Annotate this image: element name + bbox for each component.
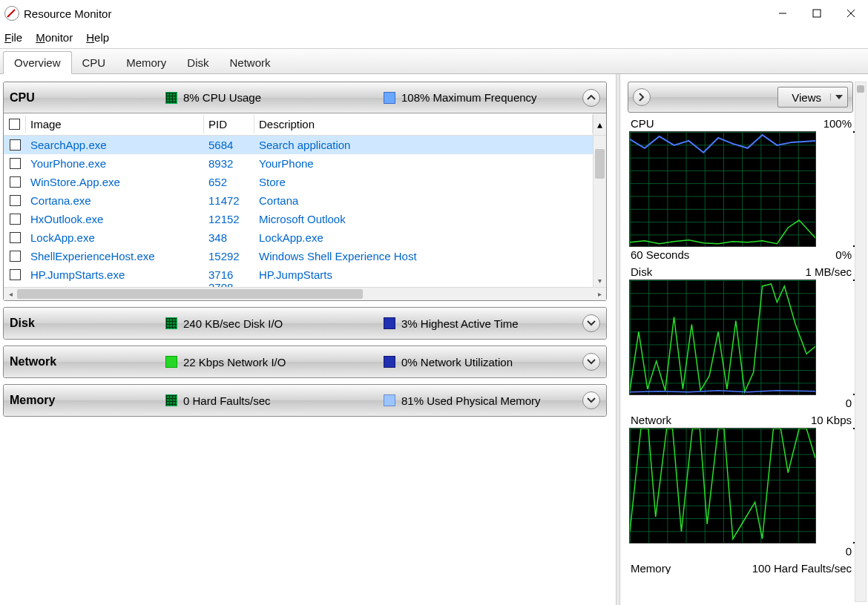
chart-network-max: 10 Kbps (811, 414, 852, 426)
chart-disk: Disk 1 MB/sec 0 (629, 265, 853, 412)
hscroll-right-arrow[interactable]: ▸ (593, 290, 606, 298)
row-image: HP.JumpStarts.exe (26, 267, 204, 282)
process-vscrollbar[interactable]: ▾ (593, 136, 606, 287)
title-bar: Resource Monitor (0, 0, 868, 27)
row-image: SearchApp.exe (26, 137, 204, 153)
disk-io-text: 240 KB/sec Disk I/O (183, 317, 384, 330)
section-network-header[interactable]: Network 22 Kbps Network I/O 0% Network U… (4, 346, 606, 377)
window-title: Resource Monitor (24, 7, 111, 20)
row-pid: 12152 (204, 211, 254, 227)
row-pid: 348 (204, 230, 254, 245)
row-checkbox[interactable] (10, 214, 21, 225)
right-vscroll-thumb[interactable] (857, 85, 864, 93)
row-checkbox[interactable] (10, 176, 21, 188)
tab-cpu[interactable]: CPU (72, 52, 116, 73)
menu-monitor[interactable]: Monitor (36, 31, 73, 44)
cpu-freq-swatch-icon (384, 92, 395, 104)
section-cpu: CPU 8% CPU Usage 108% Maximum Frequency … (3, 82, 607, 301)
net-io-text: 22 Kbps Network I/O (183, 356, 384, 368)
process-row[interactable]: Cortana.exe11472Cortana (4, 191, 593, 210)
process-row[interactable]: YourPhone.exe8932YourPhone (4, 154, 593, 173)
row-desc: Microsoft Outlook (254, 211, 593, 227)
minimize-button[interactable] (766, 1, 800, 25)
row-checkbox[interactable] (10, 232, 21, 243)
vscroll-down-arrow[interactable]: ▾ (594, 274, 606, 287)
tab-memory[interactable]: Memory (116, 52, 177, 73)
chart-cpu-title: CPU (631, 117, 654, 130)
process-row[interactable]: ShellExperienceHost.exe15292Windows Shel… (4, 247, 593, 265)
process-table-body: SearchApp.exe5684Search applicationYourP… (4, 136, 593, 287)
tab-network[interactable]: Network (220, 52, 281, 73)
maximize-button[interactable] (800, 1, 834, 25)
section-memory-header[interactable]: Memory 0 Hard Faults/sec 81% Used Physic… (4, 385, 606, 416)
process-row[interactable]: LockApp.exe348LockApp.exe (4, 228, 593, 247)
tab-disk[interactable]: Disk (177, 52, 219, 73)
expand-disk-button[interactable] (582, 314, 600, 332)
collapse-right-button[interactable] (633, 88, 651, 106)
row-checkbox[interactable] (10, 195, 21, 206)
section-network: Network 22 Kbps Network I/O 0% Network U… (3, 346, 607, 378)
svg-rect-1 (813, 10, 821, 17)
process-row[interactable]: HxOutlook.exe12152Microsoft Outlook (4, 210, 593, 228)
row-desc: Cortana (254, 193, 593, 208)
expand-network-button[interactable] (582, 353, 600, 371)
process-hscrollbar[interactable]: ◂ ▸ (4, 287, 606, 300)
row-image: LockApp.exe (26, 230, 204, 245)
column-pid[interactable]: PID (204, 115, 254, 133)
collapse-cpu-button[interactable] (582, 89, 600, 107)
chart-cpu-xlabel: 60 Seconds (631, 248, 689, 261)
tab-bar: Overview CPU Memory Disk Network (0, 49, 868, 74)
header-checkbox[interactable] (4, 116, 26, 133)
right-vscrollbar[interactable] (855, 82, 867, 602)
views-label: Views (792, 91, 821, 104)
row-checkbox[interactable] (10, 251, 21, 262)
vscroll-thumb[interactable] (595, 149, 605, 179)
mem-used-text: 81% Used Physical Memory (401, 394, 541, 407)
left-panel: CPU 8% CPU Usage 108% Maximum Frequency … (0, 74, 616, 605)
chart-cpu-min: 0% (835, 248, 852, 261)
menu-help[interactable]: Help (86, 31, 109, 44)
close-button[interactable] (834, 1, 868, 25)
section-cpu-header[interactable]: CPU 8% CPU Usage 108% Maximum Frequency (4, 82, 606, 113)
row-pid: 5684 (204, 137, 254, 153)
chart-memory-title: Memory (631, 562, 671, 574)
hscroll-left-arrow[interactable]: ◂ (4, 290, 17, 298)
row-checkbox[interactable] (10, 139, 21, 151)
row-checkbox[interactable] (10, 158, 21, 169)
cpu-usage-text: 8% CPU Usage (183, 91, 384, 104)
row-image: ShellExperienceHost.exe (26, 248, 204, 264)
app-icon (4, 6, 19, 21)
row-pid: 652 (204, 174, 254, 190)
process-table-header: Image PID Description ▴ (4, 113, 606, 136)
section-memory: Memory 0 Hard Faults/sec 81% Used Physic… (3, 384, 607, 417)
hscroll-thumb[interactable] (17, 289, 363, 299)
process-row[interactable]: WinStore.App.exe652Store (4, 173, 593, 191)
section-cpu-title: CPU (10, 91, 165, 105)
menu-bar: File Monitor Help (0, 27, 868, 49)
row-checkbox[interactable] (10, 269, 21, 280)
right-header: Views (628, 82, 853, 113)
chart-memory-peek: Memory 100 Hard Faults/sec (629, 562, 853, 574)
chart-disk-canvas (629, 280, 816, 395)
menu-file[interactable]: File (4, 31, 22, 44)
views-dropdown-icon (830, 93, 843, 101)
chart-cpu-canvas (629, 131, 816, 247)
net-io-swatch-icon (165, 356, 177, 368)
views-button[interactable]: Views (777, 87, 848, 108)
chart-cpu-max: 100% (823, 117, 852, 130)
column-image[interactable]: Image (26, 115, 204, 133)
chart-disk-max: 1 MB/sec (805, 265, 852, 278)
row-pid: 3716 (204, 267, 254, 282)
tab-overview[interactable]: Overview (3, 51, 72, 74)
process-row[interactable]: SearchApp.exe5684Search application (4, 136, 593, 154)
process-row[interactable]: HP.JumpStarts.exe3716HP.JumpStarts (4, 265, 593, 284)
section-disk-header[interactable]: Disk 240 KB/sec Disk I/O 3% Highest Acti… (4, 308, 606, 339)
row-pid: 8932 (204, 156, 254, 171)
mem-used-swatch-icon (384, 394, 395, 406)
expand-memory-button[interactable] (582, 391, 600, 409)
column-description[interactable]: Description (254, 115, 593, 133)
disk-active-text: 3% Highest Active Time (401, 317, 519, 330)
section-disk-title: Disk (10, 317, 165, 330)
vscroll-up-arrow[interactable]: ▴ (593, 113, 606, 135)
row-image: YourPhone.exe (26, 156, 204, 171)
